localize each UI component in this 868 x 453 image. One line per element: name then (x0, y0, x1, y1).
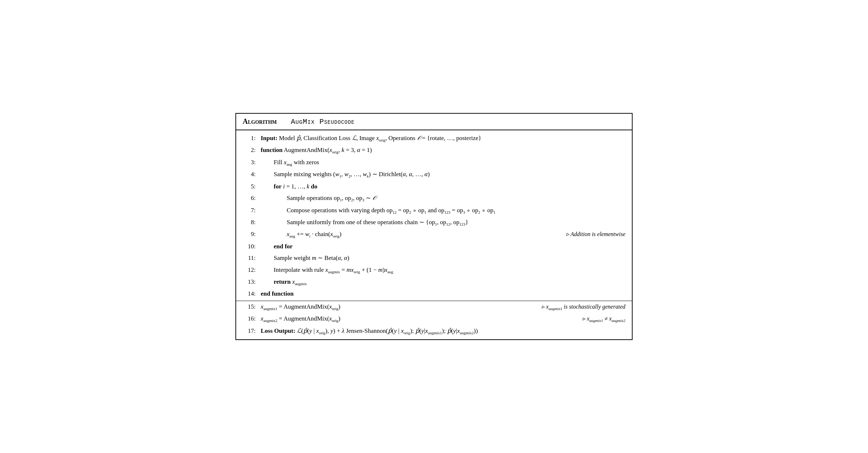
line-content: Input: Model p̂, Classification Loss ℒ, … (261, 134, 625, 143)
line-number: 12: (243, 265, 256, 275)
algorithm-line: 13:return xaugmix (236, 276, 632, 288)
line-comment: ▹ Addition is elementwise (559, 230, 625, 239)
line-content: Compose operations with varying depth op… (261, 206, 625, 215)
line-comment: ▹ xaugmix1 ≠ xaugmix2 (575, 314, 625, 324)
line-number: 8: (243, 218, 256, 227)
algorithm-line: 12:Interpolate with rule xaugmix = mxori… (236, 264, 632, 276)
algorithm-body: 1:Input: Model p̂, Classification Loss ℒ… (236, 130, 632, 339)
algorithm-line: 10:end for (236, 241, 632, 252)
line-content: function AugmentAndMix(xorig, k = 3, α =… (261, 145, 625, 155)
line-content: Loss Output: ℒ(p̂(y | xorig), y) + λ Jen… (261, 326, 625, 336)
algorithm-line: 15:xaugmix1 = AugmentAndMix(xorig)▹ xaug… (236, 301, 632, 313)
line-content: xaug += wi · chain(xorig) (261, 230, 559, 239)
line-content: Fill xaug with zeros (261, 158, 625, 167)
algorithm-label: Algorithm (243, 117, 277, 125)
line-number: 6: (243, 193, 256, 203)
algorithm-line: 5:for i = 1, …, k do (236, 181, 632, 192)
line-content: Sample uniformly from one of these opera… (261, 218, 625, 227)
line-number: 15: (243, 302, 256, 312)
algorithm-title: AUGMIX Pseudocode (282, 118, 355, 126)
algorithm-line: 6:Sample operations op1, op2, op3 ∼ 𝒪 (236, 192, 632, 204)
algorithm-container: Algorithm AUGMIX Pseudocode 1:Input: Mod… (235, 113, 633, 340)
line-content: return xaugmix (261, 277, 625, 287)
line-comment: ▹ xaugmix1 is stochastically generated (534, 302, 625, 312)
line-number: 5: (243, 182, 256, 191)
line-content: Sample operations op1, op2, op3 ∼ 𝒪 (261, 193, 625, 203)
line-number: 11: (243, 253, 256, 263)
line-content: end for (261, 242, 625, 251)
algorithm-line: 14:end function (236, 288, 632, 300)
algorithm-line: 9:xaug += wi · chain(xorig)▹ Addition is… (236, 228, 632, 240)
algorithm-line: 11:Sample weight m ∼ Beta(α, α) (236, 252, 632, 264)
line-number: 3: (243, 158, 256, 167)
line-number: 16: (243, 314, 256, 323)
line-number: 7: (243, 206, 256, 215)
algorithm-line: 1:Input: Model p̂, Classification Loss ℒ… (236, 132, 632, 144)
line-content: Sample weight m ∼ Beta(α, α) (261, 253, 625, 263)
line-content: Interpolate with rule xaugmix = mxorig +… (261, 265, 625, 275)
algorithm-line: 3:Fill xaug with zeros (236, 157, 632, 169)
line-number: 13: (243, 277, 256, 287)
line-content: Sample mixing weights (w1, w2, …, wk) ∼ … (261, 170, 625, 179)
line-content: for i = 1, …, k do (261, 182, 625, 191)
line-number: 2: (243, 145, 256, 155)
line-number: 17: (243, 326, 256, 336)
algorithm-line: 4:Sample mixing weights (w1, w2, …, wk) … (236, 169, 632, 180)
algorithm-line: 8:Sample uniformly from one of these ope… (236, 217, 632, 228)
line-number: 4: (243, 170, 256, 179)
algorithm-line: 16:xaugmix2 = AugmentAndMix(xorig)▹ xaug… (236, 313, 632, 325)
line-number: 9: (243, 230, 256, 239)
algorithm-header: Algorithm AUGMIX Pseudocode (236, 114, 632, 130)
line-number: 14: (243, 289, 256, 299)
algorithm-line: 17:Loss Output: ℒ(p̂(y | xorig), y) + λ … (236, 325, 632, 337)
line-content: xaugmix1 = AugmentAndMix(xorig) (261, 302, 534, 312)
line-number: 1: (243, 134, 256, 143)
line-content: xaugmix2 = AugmentAndMix(xorig) (261, 314, 575, 324)
line-number: 10: (243, 242, 256, 251)
algorithm-line: 7:Compose operations with varying depth … (236, 205, 632, 217)
algorithm-line: 2:function AugmentAndMix(xorig, k = 3, α… (236, 144, 632, 156)
line-content: end function (261, 289, 625, 299)
